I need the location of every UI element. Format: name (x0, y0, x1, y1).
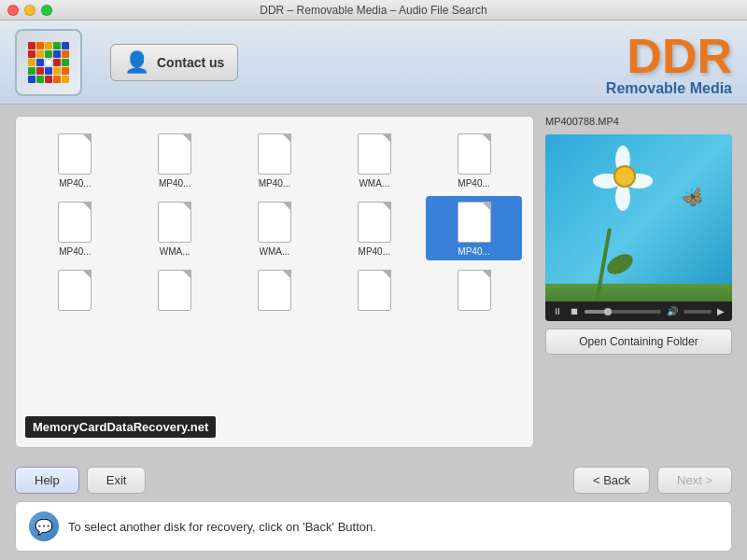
file-icon-corner (82, 202, 92, 211)
file-item[interactable]: WMA... (227, 196, 323, 260)
help-button[interactable]: Help (15, 467, 79, 494)
app-logo (15, 29, 82, 96)
file-icon-0 (56, 132, 93, 176)
file-item[interactable] (227, 264, 323, 318)
exit-button[interactable]: Exit (87, 467, 147, 494)
file-icon-corner (382, 133, 391, 143)
contact-button[interactable]: 👤 Contact us (110, 44, 238, 81)
file-item[interactable]: MP40... (426, 196, 522, 260)
status-icon: 💬 (29, 511, 59, 541)
open-folder-button[interactable]: Open Containing Folder (545, 329, 732, 355)
file-icon-corner (182, 270, 191, 279)
file-icon-corner (482, 133, 491, 143)
file-panel: MP40... MP40... MP40... WMA... MP40... M… (15, 116, 534, 448)
file-item[interactable]: WMA... (326, 128, 422, 192)
header: 👤 Contact us DDR Removable Media (0, 21, 747, 105)
file-item[interactable] (426, 264, 522, 318)
file-icon-corner (482, 270, 491, 279)
file-icon-corner (382, 270, 391, 279)
preview-video: 🦋 ⏸ ⏹ 🔊 ▶ (545, 134, 732, 321)
file-icon-12 (256, 268, 293, 313)
back-button[interactable]: < Back (573, 467, 650, 494)
file-icon-3 (356, 132, 393, 176)
file-icon-corner (82, 133, 92, 143)
file-icon-2 (256, 132, 293, 176)
file-item[interactable] (326, 264, 422, 318)
file-icon-8 (356, 200, 393, 245)
file-icon-corner (282, 202, 291, 211)
file-icon-1 (156, 132, 193, 176)
file-label-2: MP40... (259, 178, 290, 189)
file-icon-10 (56, 268, 93, 313)
bottom-bar: Help Exit < Back Next > (0, 459, 747, 501)
contact-icon: 👤 (124, 50, 149, 75)
progress-bar[interactable] (585, 310, 661, 314)
titlebar: DDR – Removable Media – Audio File Searc… (0, 0, 747, 21)
file-icon-corner (382, 202, 391, 211)
file-item[interactable]: MP40... (426, 128, 522, 192)
close-button[interactable] (7, 5, 19, 16)
maximize-button[interactable] (41, 5, 52, 16)
brand-ddr: DDR (606, 32, 732, 80)
file-icon-9 (456, 200, 493, 245)
file-icon-corner (282, 133, 291, 143)
file-label-1: MP40... (159, 178, 190, 189)
file-label-7: WMA... (260, 246, 290, 257)
preview-filename: MP400788.MP4 (545, 116, 732, 127)
file-icon-6 (156, 200, 193, 245)
file-grid: MP40... MP40... MP40... WMA... MP40... M… (27, 128, 522, 318)
progress-thumb (604, 308, 612, 315)
fullscreen-button[interactable]: ▶ (715, 305, 726, 317)
file-icon-corner (182, 202, 191, 211)
status-bar: 💬 To select another disk for recovery, c… (15, 501, 732, 552)
logo-grid (28, 42, 69, 83)
file-label-0: MP40... (59, 178, 91, 189)
brand-sub: Removable Media (606, 80, 732, 97)
file-icon-corner (282, 270, 291, 279)
flower-center (613, 165, 636, 188)
file-label-9: MP40... (458, 246, 489, 257)
file-item[interactable] (127, 264, 223, 318)
watermark: MemoryCardDataRecovery.net (25, 416, 216, 438)
file-icon-14 (456, 268, 493, 313)
play-button[interactable]: ⏸ (551, 305, 564, 317)
next-button[interactable]: Next > (657, 467, 732, 494)
window-controls (7, 5, 52, 16)
file-label-5: MP40... (59, 246, 91, 257)
file-item[interactable]: MP40... (27, 128, 123, 192)
file-item[interactable]: MP40... (27, 196, 123, 260)
preview-panel: MP400788.MP4 🦋 ⏸ ⏹ (545, 116, 732, 448)
contact-label: Contact us (157, 55, 224, 70)
file-label-4: MP40... (458, 178, 489, 189)
file-icon-corner (482, 202, 491, 211)
main-content: MP40... MP40... MP40... WMA... MP40... M… (0, 105, 747, 459)
video-controls: ⏸ ⏹ 🔊 ▶ (545, 301, 732, 321)
file-icon-7 (256, 200, 293, 245)
file-label-3: WMA... (359, 178, 389, 189)
file-item[interactable]: MP40... (326, 196, 422, 260)
stop-button[interactable]: ⏹ (568, 305, 581, 317)
file-label-6: WMA... (160, 246, 190, 257)
file-item[interactable]: MP40... (127, 128, 223, 192)
file-label-8: MP40... (359, 246, 390, 257)
status-message: To select another disk for recovery, cli… (68, 520, 376, 534)
brand-area: DDR Removable Media (606, 32, 732, 97)
file-icon-corner (182, 133, 191, 143)
minimize-button[interactable] (24, 5, 35, 16)
file-icon-corner (82, 270, 92, 279)
volume-icon: 🔊 (665, 305, 680, 317)
file-icon-13 (356, 268, 393, 313)
file-icon-11 (156, 268, 193, 313)
volume-bar[interactable] (684, 310, 712, 314)
file-icon-4 (456, 132, 493, 176)
file-icon-5 (56, 200, 93, 245)
file-item[interactable]: WMA... (127, 196, 223, 260)
file-item[interactable]: MP40... (227, 128, 323, 192)
file-item[interactable] (27, 264, 123, 318)
window-title: DDR – Removable Media – Audio File Searc… (260, 4, 486, 17)
